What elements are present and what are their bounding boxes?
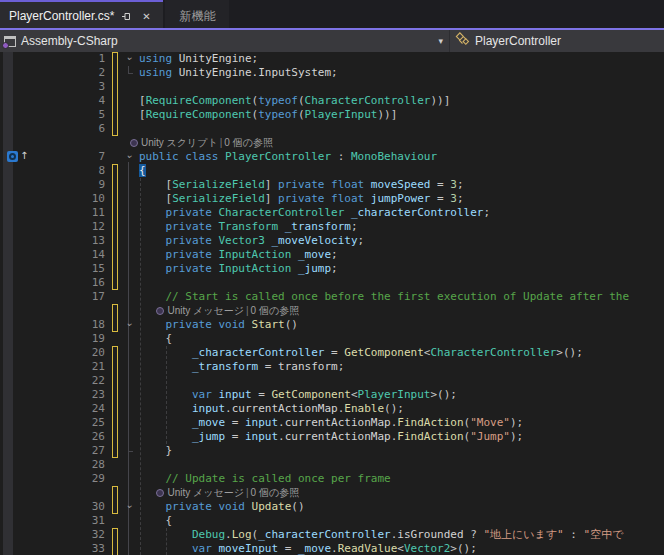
token: [ xyxy=(139,94,146,107)
token: ); xyxy=(510,430,523,443)
tab-playercontroller[interactable]: PlayerController.cs* ✕ xyxy=(0,0,163,30)
line-number[interactable]: 17 xyxy=(0,290,105,304)
line-number[interactable]: 11 xyxy=(0,206,105,220)
code-line[interactable]: 22 xyxy=(0,374,664,388)
line-number[interactable]: 4 xyxy=(0,94,105,108)
line-number[interactable]: 32 xyxy=(0,528,105,542)
line-number[interactable]: 2 xyxy=(0,66,105,80)
line-number[interactable]: 9 xyxy=(0,178,105,192)
codelens-label[interactable]: Unity メッセージ xyxy=(167,486,244,500)
code-line[interactable]: 25 _move = input.currentActionMap.FindAc… xyxy=(0,416,664,430)
code-line[interactable]: 3 xyxy=(0,80,664,94)
line-number[interactable]: 23 xyxy=(0,388,105,402)
codelens-references[interactable]: 0 個の参照 xyxy=(251,486,300,500)
line-number[interactable]: 22 xyxy=(0,374,105,388)
line-number[interactable]: 16 xyxy=(0,276,105,290)
code-line[interactable]: 2using UnityEngine.InputSystem; xyxy=(0,66,664,80)
code-line[interactable]: 31 { xyxy=(0,514,664,528)
code-line[interactable]: 23 var input = GetComponent<PlayerInput>… xyxy=(0,388,664,402)
line-number[interactable]: 20 xyxy=(0,346,105,360)
code-line[interactable]: 26 _jump = input.currentActionMap.FindAc… xyxy=(0,430,664,444)
code-line[interactable]: 7⌄public class PlayerController : MonoBe… xyxy=(0,150,664,164)
code-line[interactable]: 17 // Start is called once before the fi… xyxy=(0,290,664,304)
fold-chevron-icon[interactable]: ⌄ xyxy=(125,316,133,330)
close-icon[interactable]: ✕ xyxy=(138,8,154,24)
code-line[interactable]: 19 { xyxy=(0,332,664,346)
code-text: private CharacterController _characterCo… xyxy=(139,206,490,220)
line-number[interactable]: 31 xyxy=(0,514,105,528)
code-line[interactable]: 12 private Transform _transform; xyxy=(0,220,664,234)
line-number[interactable]: 21 xyxy=(0,360,105,374)
codelens-label[interactable]: Unity メッセージ xyxy=(167,304,244,318)
up-arrow-icon: ↑ xyxy=(20,149,28,163)
line-number[interactable]: 24 xyxy=(0,402,105,416)
code-line[interactable]: 33 var moveInput = _move.ReadValue<Vecto… xyxy=(0,542,664,555)
line-number[interactable]: 3 xyxy=(0,80,105,94)
pin-icon[interactable] xyxy=(118,8,134,24)
code-line[interactable]: 29 // Update is called once per frame xyxy=(0,472,664,486)
line-number[interactable]: 26 xyxy=(0,430,105,444)
code-line[interactable]: 9 [SerializeField] private float moveSpe… xyxy=(0,178,664,192)
change-bar-margin xyxy=(105,80,122,94)
line-number[interactable] xyxy=(0,486,105,500)
line-number[interactable]: 29 xyxy=(0,472,105,486)
code-line[interactable]: 21 _transform = transform; xyxy=(0,360,664,374)
code-line[interactable]: 4[RequireComponent(typeof(CharacterContr… xyxy=(0,94,664,108)
code-editor[interactable]: 1⌄using UnityEngine;2using UnityEngine.I… xyxy=(0,52,664,555)
codelens-label[interactable]: Unity スクリプト xyxy=(141,136,218,150)
tab-whats-new[interactable]: 新機能 xyxy=(165,0,229,30)
token: _move xyxy=(139,416,225,429)
codelens-row[interactable]: Unity メッセージ|0 個の参照 xyxy=(0,486,664,500)
line-number[interactable] xyxy=(0,304,105,318)
line-number[interactable]: 1 xyxy=(0,52,105,66)
code-line[interactable]: 6 xyxy=(0,122,664,136)
code-line[interactable]: 11 private CharacterController _characte… xyxy=(0,206,664,220)
codelens-row[interactable]: Unity スクリプト|0 個の参照 xyxy=(0,136,664,150)
code-line[interactable]: 1⌄using UnityEngine; xyxy=(0,52,664,66)
code-line[interactable]: 13 private Vector3 _moveVelocity; xyxy=(0,234,664,248)
codelens-row[interactable]: Unity メッセージ|0 個の参照 xyxy=(0,304,664,318)
code-line[interactable]: 30⌄ private void Update() xyxy=(0,500,664,514)
codelens-references[interactable]: 0 個の参照 xyxy=(224,136,273,150)
line-number[interactable]: 13 xyxy=(0,234,105,248)
line-number[interactable] xyxy=(0,136,105,150)
line-number[interactable]: 27 xyxy=(0,444,105,458)
fold-chevron-icon[interactable]: ⌄ xyxy=(125,52,133,64)
token: "Jump" xyxy=(470,430,510,443)
chevron-down-icon[interactable]: ▾ xyxy=(438,36,443,46)
unity-inheritance-icon[interactable] xyxy=(7,151,18,162)
line-number[interactable]: 33 xyxy=(0,542,105,555)
codelens-references[interactable]: 0 個の参照 xyxy=(251,304,300,318)
line-number[interactable]: 12 xyxy=(0,220,105,234)
code-line[interactable]: 10 [SerializeField] private float jumpPo… xyxy=(0,192,664,206)
token: RequireComponent xyxy=(146,94,252,107)
line-number[interactable]: 15 xyxy=(0,262,105,276)
code-line[interactable]: 24 input.currentActionMap.Enable(); xyxy=(0,402,664,416)
code-line[interactable]: 18⌄ private void Start() xyxy=(0,318,664,332)
code-line[interactable]: 32 Debug.Log(_characterController.isGrou… xyxy=(0,528,664,542)
line-number[interactable]: 5 xyxy=(0,108,105,122)
line-number[interactable]: 18 xyxy=(0,318,105,332)
line-number[interactable]: 10 xyxy=(0,192,105,206)
token: ; xyxy=(457,192,464,205)
code-line[interactable]: 5[RequireComponent(typeof(PlayerInput))] xyxy=(0,108,664,122)
code-line[interactable]: 28 xyxy=(0,458,664,472)
line-number[interactable]: 25 xyxy=(0,416,105,430)
type-selector[interactable]: PlayerController xyxy=(449,30,561,52)
code-line[interactable]: 27 } xyxy=(0,444,664,458)
code-line[interactable]: 8{ xyxy=(0,164,664,178)
line-number[interactable]: 14 xyxy=(0,248,105,262)
line-number[interactable]: 8 xyxy=(0,164,105,178)
code-line[interactable]: 14 private InputAction _move; xyxy=(0,248,664,262)
fold-chevron-icon[interactable]: ⌄ xyxy=(125,498,133,512)
line-number[interactable]: 19 xyxy=(0,332,105,346)
project-selector[interactable]: Assembly-CSharp ▾ xyxy=(0,30,449,52)
line-number[interactable]: 30 xyxy=(0,500,105,514)
line-number[interactable]: 28 xyxy=(0,458,105,472)
fold-chevron-icon[interactable]: ⌄ xyxy=(125,148,133,162)
code-line[interactable]: 15 private InputAction _jump; xyxy=(0,262,664,276)
code-line[interactable]: 16 xyxy=(0,276,664,290)
line-number[interactable]: 6 xyxy=(0,122,105,136)
code-line[interactable]: 20 _characterController = GetComponent<C… xyxy=(0,346,664,360)
token: // Start is called once before the first… xyxy=(139,290,629,303)
